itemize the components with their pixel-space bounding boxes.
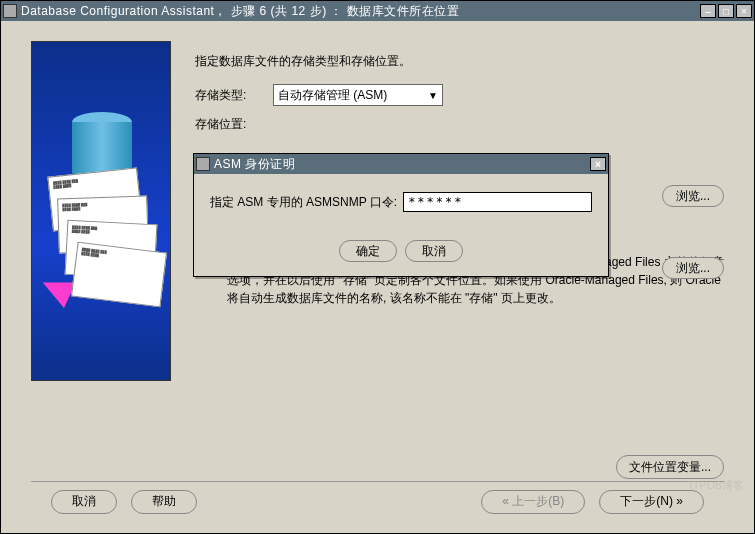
- storage-type-value: 自动存储管理 (ASM): [278, 87, 387, 104]
- storage-type-label: 存储类型:: [195, 87, 273, 104]
- help-button[interactable]: 帮助: [131, 490, 197, 514]
- asm-password-input[interactable]: [403, 192, 592, 212]
- titlebar: Database Configuration Assistant， 步骤 6 (…: [1, 1, 754, 21]
- illustration-panel: ████ ████ ███████ ████ ████ ████ ███████…: [31, 41, 171, 381]
- dialog-icon: [196, 157, 210, 171]
- storage-type-select[interactable]: 自动存储管理 (ASM) ▼: [273, 84, 443, 106]
- maximize-button[interactable]: □: [718, 4, 734, 18]
- browse-button-2[interactable]: 浏览...: [662, 257, 724, 279]
- asm-password-label: 指定 ASM 专用的 ASMSNMP 口令:: [210, 194, 397, 211]
- dialog-close-button[interactable]: ×: [590, 157, 606, 171]
- content-area: ████ ████ ███████ ████ ████ ████ ███████…: [1, 21, 754, 533]
- chevron-down-icon: ▼: [428, 90, 438, 101]
- storage-location-label: 存储位置:: [195, 116, 273, 133]
- dialog-ok-button[interactable]: 确定: [339, 240, 397, 262]
- file-variables-button[interactable]: 文件位置变量...: [616, 455, 724, 479]
- page-heading: 指定数据库文件的存储类型和存储位置。: [195, 53, 724, 70]
- browse-button-1[interactable]: 浏览...: [662, 185, 724, 207]
- window-title: Database Configuration Assistant， 步骤 6 (…: [21, 3, 700, 20]
- cancel-button[interactable]: 取消: [51, 490, 117, 514]
- dialog-cancel-button[interactable]: 取消: [405, 240, 463, 262]
- dialog-titlebar: ASM 身份证明 ×: [194, 154, 608, 174]
- minimize-button[interactable]: –: [700, 4, 716, 18]
- dialog-title: ASM 身份证明: [214, 156, 590, 173]
- app-icon: [3, 4, 17, 18]
- watermark: ITPUB博客: [690, 478, 744, 493]
- main-window: Database Configuration Assistant， 步骤 6 (…: [0, 0, 755, 534]
- next-button[interactable]: 下一步(N) »: [599, 490, 704, 514]
- asm-credentials-dialog: ASM 身份证明 × 指定 ASM 专用的 ASMSNMP 口令: 确定 取消: [193, 153, 609, 277]
- back-button[interactable]: « 上一步(B): [481, 490, 585, 514]
- close-button[interactable]: ×: [736, 4, 752, 18]
- footer: 取消 帮助 « 上一步(B) 下一步(N) »: [31, 481, 724, 521]
